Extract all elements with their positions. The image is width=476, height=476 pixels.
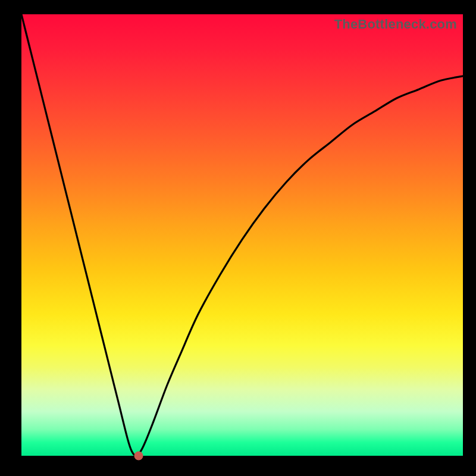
watermark-text: TheBottleneck.com [334, 17, 457, 32]
chart-plot-area: TheBottleneck.com [21, 14, 463, 456]
bottleneck-curve [21, 14, 463, 456]
curve-minimum-marker [134, 452, 143, 461]
chart-frame: TheBottleneck.com [0, 0, 476, 476]
